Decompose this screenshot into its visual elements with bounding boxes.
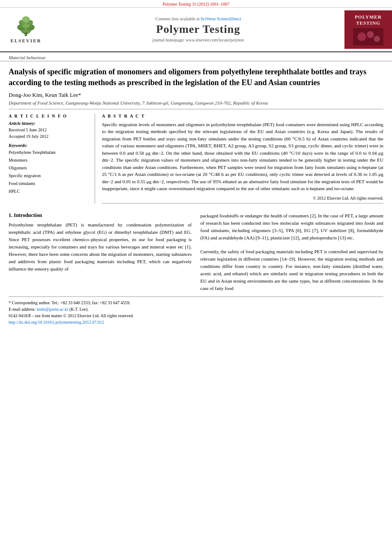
journal-reference: Polymer Testing 31 (2012) 1001–1007	[163, 2, 229, 6]
sciverse-link[interactable]: SciVerse ScienceDirect	[201, 16, 241, 21]
elsevier-logo: ELSEVIER	[10, 16, 41, 43]
article-info-title: A R T I C L E I N F O	[9, 114, 89, 118]
keywords-label: Keywords:	[9, 143, 89, 148]
body-section: 1. Introduction Polyethylene terephthala…	[9, 208, 383, 330]
footnote-section: * Corresponding author. Tel.: +82 33 640…	[9, 296, 383, 325]
article-affiliation: Department of Food Science, Gangneung-Wo…	[9, 100, 383, 109]
svg-point-12	[374, 36, 380, 42]
article-history: Article history: Received 5 June 2012 Ac…	[9, 121, 89, 140]
history-label: Article history:	[9, 121, 89, 126]
doi-text: http://dx.doi.org/10.1016/j.polymertesti…	[9, 319, 383, 325]
journal-reference-bar: Polymer Testing 31 (2012) 1001–1007	[0, 0, 392, 8]
svg-point-7	[22, 16, 30, 23]
svg-point-10	[357, 32, 366, 41]
keyword-4: Specific migration	[9, 172, 89, 180]
journal-title-area: Contents lists available at SciVerse Sci…	[52, 10, 344, 49]
article-keywords: Keywords: Polyethylene Terephthalate Mon…	[9, 143, 89, 195]
journal-header: ELSEVIER Contents lists available at Sci…	[0, 8, 392, 52]
elsevier-wordmark: ELSEVIER	[10, 38, 41, 43]
article-content: Analysis of specific migration of monome…	[0, 61, 392, 330]
keyword-3: Oligomers	[9, 164, 89, 172]
license-text: 0142-9418/$ – see front matter © 2012 El…	[9, 312, 383, 319]
intro-col2-text: packaged foodstuffs or endanger the heal…	[201, 212, 384, 242]
keyword-1: Polyethylene Terephthalate	[9, 149, 89, 156]
journal-homepage: journal homepage: www.elsevier.com/locat…	[152, 38, 244, 42]
keyword-5: Food simulants	[9, 180, 89, 188]
email-attribution: (K.T. Lee).	[70, 307, 89, 312]
doi-link[interactable]: http://dx.doi.org/10.1016/j.polymertesti…	[9, 320, 104, 325]
journal-title: Polymer Testing	[156, 23, 240, 36]
introduction-heading: 1. Introduction	[9, 212, 192, 219]
elsevier-logo-area: ELSEVIER	[0, 10, 52, 49]
sciverse-line: Contents lists available at SciVerse Sci…	[155, 16, 241, 21]
article-title: Analysis of specific migration of monome…	[9, 61, 383, 92]
intro-col1-text: Polyethylene terephthalate (PET) is manu…	[9, 221, 192, 273]
abstract-column: A B S T R A C T Specific migration level…	[102, 114, 383, 204]
body-col-right: packaged foodstuffs or endanger the heal…	[201, 212, 384, 292]
badge-title-line2: TESTING	[356, 20, 380, 26]
category-label: Material behaviour	[0, 52, 392, 61]
received-date: Received 5 June 2012	[9, 127, 89, 133]
badge-title-line1: POLYMER	[355, 14, 382, 20]
corresponding-author-note: * Corresponding author. Tel.: +82 33 640…	[9, 299, 383, 306]
badge-graphic-icon	[353, 28, 383, 45]
accepted-date: Accepted 19 July 2012	[9, 133, 89, 140]
journal-badge-area: POLYMER TESTING	[344, 10, 392, 49]
abstract-title: A B S T R A C T	[102, 114, 383, 118]
email-link[interactable]: leekt@gwnu.ac.kr	[37, 307, 68, 312]
journal-badge: POLYMER TESTING	[353, 14, 383, 45]
keywords-list: Polyethylene Terephthalate Monomers Olig…	[9, 149, 89, 195]
article-info-column: A R T I C L E I N F O Article history: R…	[9, 114, 95, 204]
email-note: E-mail address: leekt@gwnu.ac.kr (K.T. L…	[9, 306, 383, 312]
elsevier-tree-icon	[13, 16, 39, 37]
body-col-left: 1. Introduction Polyethylene terephthala…	[9, 212, 192, 292]
keyword-6: HPLC	[9, 188, 89, 195]
copyright-line: © 2012 Elsevier Ltd. All rights reserved…	[102, 196, 383, 204]
article-authors: Dong-Joo Kim, Keun Taik Lee*	[9, 92, 383, 100]
svg-point-11	[367, 31, 374, 38]
info-abstract-section: A R T I C L E I N F O Article history: R…	[9, 109, 383, 204]
svg-rect-8	[24, 33, 27, 34]
keyword-2: Monomers	[9, 156, 89, 164]
intro-col2-text-2: Currently, the safety of food packaging …	[201, 248, 384, 292]
abstract-text: Specific migration levels of monomers an…	[102, 121, 383, 192]
body-two-column: 1. Introduction Polyethylene terephthala…	[9, 212, 383, 292]
